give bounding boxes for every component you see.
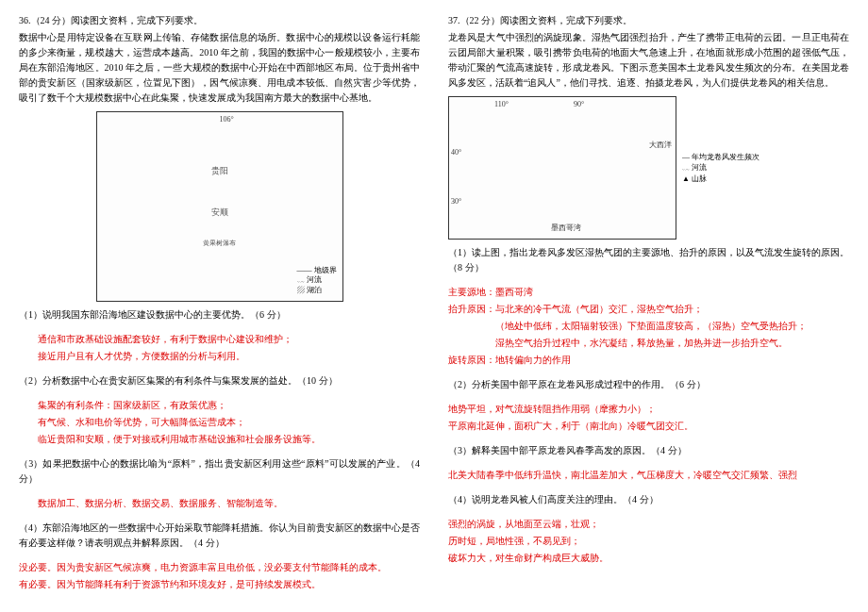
q37-2: （2）分析美国中部平原在龙卷风形成过程中的作用。（6 分） <box>448 377 849 392</box>
q37-4-ans-l3: 破坏力大，对生命财产构成巨大威胁。 <box>448 551 849 566</box>
q36-3-ans: 数据加工、数据分析、数据交易、数据服务、智能制造等。 <box>19 496 420 511</box>
q37-4: （4）说明龙卷风被人们高度关注的理由。（4 分） <box>448 492 849 507</box>
q36-2-ans-l3: 临近贵阳和安顺，便于对接或利用城市基础设施和社会服务设施等。 <box>19 432 420 447</box>
legend-freq: — 年均龙卷风发生频次 <box>682 152 760 162</box>
q37-1-ans-l2: 抬升原因：与北来的冷干气流（气团）交汇，湿热空气抬升； <box>448 302 849 317</box>
q37-4-ans-l2: 历时短，局地性强，不易见到； <box>448 534 849 549</box>
q36-1-ans-l1: 通信和市政基础设施配套较好，有利于数据中心建设和维护； <box>19 332 420 347</box>
q36-3: （3）如果把数据中心的数据比喻为“原料”，指出贵安新区利用这些“原料”可以发展的… <box>19 456 420 487</box>
q36-intro: 数据中心是用特定设备在互联网上传输、存储数据信息的场所。数据中心的规模以设备运行… <box>19 30 420 106</box>
legend-river: ﹏ 河流 <box>297 275 337 285</box>
q37-1-ans-l5: 旋转原因：地转偏向力的作用 <box>448 353 849 368</box>
q36-1-ans-l2: 接近用户且有人才优势，方便数据的分析与利用。 <box>19 349 420 364</box>
map-row: 110° 90° 40° 30° 大西洋 墨西哥湾 — 年均龙卷风发生频次 ﹏ … <box>448 96 849 240</box>
legend-lake: ▨ 湖泊 <box>297 286 337 295</box>
q36-4-ans-l2: 有必要。因为节能降耗有利于资源节约和环境友好，是可持续发展模式。 <box>19 577 420 592</box>
map-waterfall: 黄果树瀑布 <box>203 239 236 249</box>
q37-3-ans: 北美大陆春季中低纬升温快，南北温差加大，气压梯度大，冷暖空气交汇频繁、强烈 <box>448 468 849 483</box>
q37-4-ans-l1: 强烈的涡旋，从地面至云端，壮观； <box>448 517 849 532</box>
q37-1-ans-l1: 主要源地：墨西哥湾 <box>448 285 849 300</box>
lat-30: 30° <box>451 196 461 208</box>
q36-1: （1）说明我国东部沿海地区建设数据中心的主要优势。（6 分） <box>19 307 420 323</box>
map2-legend: — 年均龙卷风发生频次 ﹏ 河流 ▲ 山脉 <box>682 152 760 184</box>
q36-header: 36.（24 分）阅读图文资料，完成下列要求。 <box>19 13 420 28</box>
map1-legend: —— 地级界 ﹏ 河流 ▨ 湖泊 <box>297 266 337 295</box>
lat-40: 40° <box>451 147 461 159</box>
q36-2-ans-l2: 有气候、水和电价等优势，可大幅降低运营成本； <box>19 415 420 430</box>
map-placeholder: 贵阳 安顺 黄果树瀑布 <box>199 160 240 253</box>
legend-boundary: —— 地级界 <box>297 266 337 275</box>
lon-label: 106° <box>220 114 234 126</box>
q37-2-ans-l2: 平原南北延伸，面积广大，利于（南北向）冷暖气团交汇。 <box>448 419 849 434</box>
q37-intro: 龙卷风是大气中强烈的涡旋现象。湿热气团强烈抬升，产生了携带正电荷的云团。一旦正电… <box>448 30 849 91</box>
q37-1-ans-l3: （地处中低纬，太阳辐射较强）下垫面温度较高，（湿热）空气受热抬升； <box>448 319 849 334</box>
q36-2: （2）分析数据中心在贵安新区集聚的有利条件与集聚发展的益处。（10 分） <box>19 373 420 389</box>
two-column-layout: 36.（24 分）阅读图文资料，完成下列要求。 数据中心是用特定设备在互联网上传… <box>19 11 849 594</box>
legend-mountain: ▲ 山脉 <box>682 174 760 184</box>
q37-1-ans-l4: 湿热空气抬升过程中，水汽凝结，释放热量，加热并进一步抬升空气。 <box>448 336 849 351</box>
label-gulf: 墨西哥湾 <box>551 223 581 235</box>
lon-90: 90° <box>574 99 584 111</box>
q36-2-ans-l1: 集聚的有利条件：国家级新区，有政策优惠； <box>19 398 420 413</box>
label-atlantic: 大西洋 <box>649 140 672 152</box>
map-city-anshun: 安顺 <box>203 206 236 219</box>
q36-4: （4）东部沿海地区的一些数据中心开始采取节能降耗措施。你认为目前贵安新区的数据中… <box>19 521 420 551</box>
q37-3: （3）解释美国中部平原龙卷风春季高发的原因。（4 分） <box>448 443 849 458</box>
map-guizhou: 106° 贵阳 安顺 黄果树瀑布 —— 地级界 ﹏ 河流 ▨ 湖泊 <box>96 111 343 302</box>
q37-2-ans-l1: 地势平坦，对气流旋转阻挡作用弱（摩擦力小）； <box>448 402 849 417</box>
q37-header: 37.（22 分）阅读图文资料，完成下列要求。 <box>448 13 849 28</box>
lon-110: 110° <box>494 99 509 111</box>
left-column: 36.（24 分）阅读图文资料，完成下列要求。 数据中心是用特定设备在互联网上传… <box>19 11 420 594</box>
legend-river2: ﹏ 河流 <box>682 162 760 173</box>
q36-4-ans-l1: 没必要。因为贵安新区气候凉爽，电力资源丰富且电价低，没必要支付节能降耗的成本。 <box>19 560 420 575</box>
map-usa: 110° 90° 40° 30° 大西洋 墨西哥湾 <box>448 96 676 240</box>
q37-1: （1）读上图，指出龙卷风多发区湿热气团的主要源地、抬升的原因，以及气流发生旋转的… <box>448 245 849 275</box>
right-column: 37.（22 分）阅读图文资料，完成下列要求。 龙卷风是大气中强烈的涡旋现象。湿… <box>448 11 849 594</box>
map-city-guiyang: 贵阳 <box>203 164 236 177</box>
